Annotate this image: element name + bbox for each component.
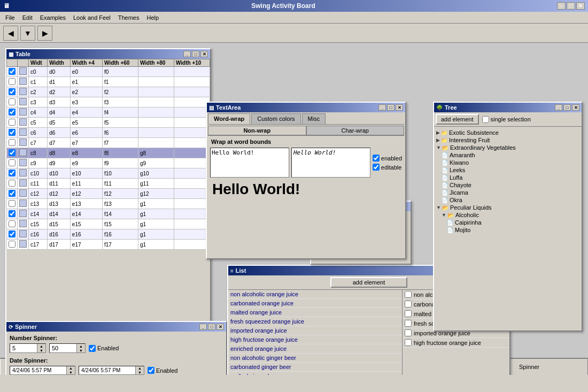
row-check-10[interactable] [7, 168, 18, 179]
spinner-maximize[interactable]: □ [208, 324, 215, 330]
row-checkbox-14[interactable] [9, 210, 16, 217]
small-textarea-2[interactable]: Hello World! [291, 148, 370, 178]
list-cb-3[interactable] [405, 310, 412, 317]
spinner-2-down[interactable]: ▼ [77, 348, 85, 352]
row-checkbox-5[interactable] [9, 119, 16, 126]
textarea-close[interactable]: ✕ [396, 104, 403, 111]
table-row[interactable]: c17 d17 e17 f17 g1 [7, 240, 210, 250]
tree-item-exotic[interactable]: ▶ 📁 Exotic Subsistence [436, 129, 579, 136]
table-row[interactable]: c0 d0 e0 f0 [7, 67, 210, 77]
table-row[interactable]: c10 d10 e10 f10 g10 [7, 168, 210, 179]
table-row[interactable]: c14 d14 e14 f14 g1 [7, 209, 210, 219]
small-textarea[interactable]: Hello World! [210, 148, 289, 178]
list-cb-1[interactable] [405, 291, 412, 298]
spinner-2-up[interactable]: ▲ [77, 344, 85, 348]
enabled-check[interactable]: enabled [373, 155, 402, 162]
editable-checkbox[interactable] [373, 164, 380, 171]
table-row[interactable]: c1 d1 e1 f1 [7, 77, 210, 87]
editable-check[interactable]: editable [373, 164, 402, 171]
table-row[interactable]: c8 d8 e8 f8 g8 [7, 148, 210, 158]
date-spinner-2-input[interactable] [79, 366, 135, 374]
list-cb-6[interactable] [405, 339, 412, 346]
spinner-1-input[interactable] [10, 344, 37, 352]
menu-examples[interactable]: Examples [37, 13, 69, 22]
tree-item-peculiar[interactable]: ▼ 📂 Peculiar Liquids [436, 204, 579, 211]
row-check-4[interactable] [7, 107, 18, 118]
list-cb-2[interactable] [405, 301, 412, 308]
list-item-7[interactable]: enriched orange juice [228, 344, 402, 353]
row-checkbox-2[interactable] [9, 88, 16, 95]
tree-item-mojito[interactable]: 📄 Mojito [447, 226, 579, 234]
col-width80[interactable]: Width +80 [138, 59, 174, 67]
row-check-15[interactable] [7, 219, 18, 229]
table-row[interactable]: c4 d4 e4 f4 [7, 107, 210, 118]
row-checkbox-7[interactable] [9, 139, 16, 146]
table-row[interactable]: c12 d12 e12 f12 g12 [7, 189, 210, 199]
date-spinner-1-input[interactable] [10, 366, 66, 374]
row-check-9[interactable] [7, 158, 18, 168]
row-checkbox-11[interactable] [9, 180, 16, 187]
menu-edit[interactable]: Edit [19, 13, 36, 22]
spinner-2-input[interactable] [50, 344, 76, 352]
list-item-8[interactable]: non alcoholic ginger beer [228, 353, 402, 363]
table-row[interactable]: c2 d2 e2 f2 [7, 87, 210, 97]
spinner-minimize[interactable]: _ [199, 324, 207, 330]
list-add-button[interactable]: add element [330, 277, 408, 288]
tree-item-amaranth[interactable]: 📄 Amaranth [442, 151, 579, 159]
down-button[interactable]: ▼ [20, 26, 35, 41]
textarea-maximize[interactable]: □ [387, 104, 394, 111]
table-minimize[interactable]: _ [183, 51, 191, 57]
list-check-6[interactable]: high fructose orange juice [403, 338, 509, 348]
list-item-6[interactable]: high fructose orange juice [228, 335, 402, 344]
tree-item-leeks[interactable]: 📄 Leeks [442, 166, 579, 174]
tree-item-kiwano[interactable]: 📄 Kiwano [442, 159, 579, 166]
tree-item-caipirinha[interactable]: 📄 Caipirinha [447, 219, 579, 226]
row-check-14[interactable] [7, 209, 18, 219]
row-checkbox-8[interactable] [9, 149, 16, 156]
tab-misc[interactable]: Misc [302, 113, 326, 124]
table-row[interactable]: c9 d9 e9 f9 g9 [7, 158, 210, 168]
row-checkbox-1[interactable] [9, 78, 16, 85]
tree-item-luffa[interactable]: 📄 Luffa [442, 174, 579, 181]
tree-close[interactable]: ✕ [572, 104, 579, 111]
date-enabled-check[interactable]: Enabled [148, 367, 177, 374]
tree-item-vegetables[interactable]: ▼ 📂 Extraordinary Vegetables [436, 144, 579, 151]
row-check-12[interactable] [7, 189, 18, 199]
number-enabled-checkbox[interactable] [89, 345, 96, 352]
date-enabled-checkbox[interactable] [148, 367, 154, 374]
table-close[interactable]: ✕ [200, 51, 208, 57]
row-check-7[interactable] [7, 138, 18, 148]
table-row[interactable]: c6 d6 e6 f6 [7, 128, 210, 138]
list-item-10[interactable]: malted ginger beer [228, 372, 402, 375]
spinner-1-down[interactable]: ▼ [37, 348, 45, 352]
row-checkbox-12[interactable] [9, 190, 16, 197]
spinner-close[interactable]: ✕ [216, 324, 224, 330]
list-item-2[interactable]: carbonated orange juice [228, 299, 402, 308]
single-selection-check[interactable]: single selection [482, 116, 531, 123]
col-width4[interactable]: Width +4 [70, 59, 102, 67]
row-checkbox-4[interactable] [9, 109, 16, 116]
menu-look-and-feel[interactable]: Look and Feel [70, 13, 114, 22]
table-row[interactable]: c15 d15 e15 f15 g1 [7, 219, 210, 229]
spinner-1-up[interactable]: ▲ [37, 344, 45, 348]
row-checkbox-9[interactable] [9, 159, 16, 166]
number-enabled-check[interactable]: Enabled [89, 345, 119, 352]
row-checkbox-15[interactable] [9, 220, 16, 227]
tree-item-jicama[interactable]: 📄 Jicama [442, 189, 579, 196]
subtab-char-wrap[interactable]: Char-wrap [306, 126, 405, 135]
row-checkbox-16[interactable] [9, 230, 16, 237]
row-check-13[interactable] [7, 199, 18, 209]
menu-file[interactable]: File [2, 13, 18, 22]
col-width[interactable]: Width [48, 59, 71, 67]
forward-button[interactable]: ▶ [37, 26, 52, 41]
subtab-non-wrap[interactable]: Non-wrap [208, 126, 306, 135]
row-check-5[interactable] [7, 118, 18, 128]
tree-maximize[interactable]: □ [563, 104, 571, 111]
row-check-2[interactable] [7, 87, 18, 97]
list-item-5[interactable]: imported orange juice [228, 326, 402, 335]
row-check-17[interactable] [7, 240, 18, 250]
maximize-button[interactable]: □ [567, 2, 575, 10]
tab-word-wrap[interactable]: Word-wrap [208, 113, 250, 124]
row-checkbox-13[interactable] [9, 200, 16, 207]
tab-custom-colors[interactable]: Custom colors [251, 113, 300, 124]
